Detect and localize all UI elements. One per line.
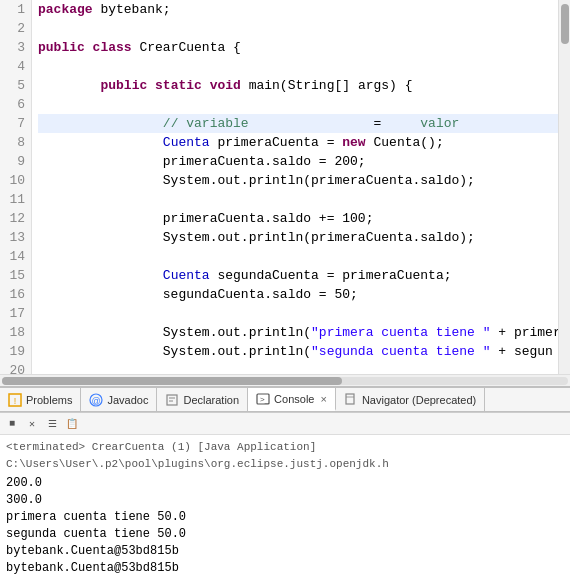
tab-icon: >_ (256, 392, 270, 406)
line-number: 1 (4, 0, 25, 19)
code-line: System.out.println("primera cuenta tiene… (38, 323, 558, 342)
tab-label: Navigator (Deprecated) (362, 394, 476, 406)
line-number: 13 (4, 228, 25, 247)
tab-label: Declaration (183, 394, 239, 406)
horizontal-scrollbar[interactable] (0, 374, 570, 386)
tab-icon (165, 393, 179, 407)
tab-navigator--deprecated-[interactable]: Navigator (Deprecated) (336, 388, 485, 411)
code-line: public class CrearCuenta { (38, 38, 558, 57)
line-number: 7 (4, 114, 25, 133)
svg-rect-9 (346, 394, 354, 404)
svg-text:@: @ (92, 396, 101, 406)
line-number: 5 (4, 76, 25, 95)
line-number: 11 (4, 190, 25, 209)
code-line (38, 95, 558, 114)
vscroll-thumb[interactable] (561, 4, 569, 44)
console-output-line: segunda cuenta tiene 50.0 (6, 526, 564, 543)
line-numbers: 12345678910111213141516171819202122 (0, 0, 32, 374)
line-number: 15 (4, 266, 25, 285)
console-btn-2[interactable]: ☰ (44, 416, 60, 432)
scrollbar-track[interactable] (2, 377, 568, 385)
line-number: 6 (4, 95, 25, 114)
line-number: 18 (4, 323, 25, 342)
svg-text:>_: >_ (260, 395, 270, 404)
console-area: ■✕☰📋 <terminated> CrearCuenta (1) [Java … (0, 412, 570, 581)
tab-icon: ! (8, 393, 22, 407)
code-line: Cuenta segundaCuenta = primeraCuenta; (38, 266, 558, 285)
code-line (38, 247, 558, 266)
console-output: <terminated> CrearCuenta (1) [Java Appli… (0, 435, 570, 581)
line-number: 19 (4, 342, 25, 361)
line-number: 16 (4, 285, 25, 304)
line-number: 8 (4, 133, 25, 152)
code-line: primeraCuenta.saldo += 100; (38, 209, 558, 228)
line-number: 3 (4, 38, 25, 57)
tab-label: Javadoc (107, 394, 148, 406)
vertical-scrollbar[interactable] (558, 0, 570, 374)
console-output-line: primera cuenta tiene 50.0 (6, 509, 564, 526)
svg-text:!: ! (14, 396, 17, 406)
svg-rect-4 (167, 395, 177, 405)
code-content[interactable]: package bytebank; public class CrearCuen… (32, 0, 558, 374)
tab-bar: !Problems@JavadocDeclaration>_Console×Na… (0, 386, 570, 412)
line-number: 14 (4, 247, 25, 266)
tab-console[interactable]: >_Console× (248, 388, 336, 411)
tab-label: Problems (26, 394, 72, 406)
code-editor: 12345678910111213141516171819202122 pack… (0, 0, 570, 386)
code-line (38, 304, 558, 323)
console-terminated-label: <terminated> CrearCuenta (1) [Java Appli… (6, 439, 564, 473)
code-line: public static void main(String[] args) { (38, 76, 558, 95)
code-line: System.out.println(primeraCuenta.saldo); (38, 171, 558, 190)
code-line: package bytebank; (38, 0, 558, 19)
code-line (38, 190, 558, 209)
console-btn-0[interactable]: ■ (4, 416, 20, 432)
console-toolbar: ■✕☰📋 (0, 413, 570, 435)
code-line: // variable = valor (38, 114, 558, 133)
code-line: primeraCuenta.saldo = 200; (38, 152, 558, 171)
console-output-line: bytebank.Cuenta@53bd815b (6, 560, 564, 577)
scrollbar-thumb[interactable] (2, 377, 342, 385)
code-line: System.out.println("segunda cuenta tiene… (38, 342, 558, 361)
tab-problems[interactable]: !Problems (0, 388, 81, 411)
line-number: 20 (4, 361, 25, 374)
tab-icon: @ (89, 393, 103, 407)
console-btn-3[interactable]: 📋 (64, 416, 80, 432)
code-line: Cuenta primeraCuenta = new Cuenta(); (38, 133, 558, 152)
code-line (38, 57, 558, 76)
code-line: segundaCuenta.saldo = 50; (38, 285, 558, 304)
tab-label: Console (274, 393, 314, 405)
console-output-line: 300.0 (6, 492, 564, 509)
tab-icon (344, 393, 358, 407)
code-line: System.out.println(primeraCuenta.saldo); (38, 228, 558, 247)
line-number: 17 (4, 304, 25, 323)
line-number: 4 (4, 57, 25, 76)
console-output-line: 200.0 (6, 475, 564, 492)
line-number: 9 (4, 152, 25, 171)
line-number: 2 (4, 19, 25, 38)
tab-javadoc[interactable]: @Javadoc (81, 388, 157, 411)
console-btn-1[interactable]: ✕ (24, 416, 40, 432)
console-output-line: bytebank.Cuenta@53bd815b (6, 543, 564, 560)
line-number: 10 (4, 171, 25, 190)
tab-declaration[interactable]: Declaration (157, 388, 248, 411)
line-number: 12 (4, 209, 25, 228)
code-line (38, 361, 558, 374)
code-line (38, 19, 558, 38)
tab-close-button[interactable]: × (320, 393, 326, 405)
